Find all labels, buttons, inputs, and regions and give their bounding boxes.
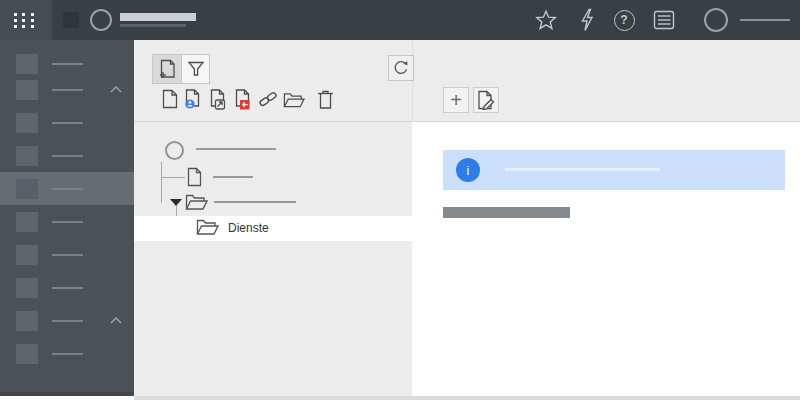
edit-button[interactable]	[473, 87, 499, 113]
folder-open-icon[interactable]	[283, 88, 305, 110]
lightning-icon[interactable]	[575, 8, 599, 32]
tree-folder-dienste-icon[interactable]	[196, 217, 219, 236]
app-title-placeholder	[120, 13, 196, 21]
tree-connector	[161, 162, 162, 203]
sidebar-item-label-placeholder	[52, 320, 83, 322]
expand-triangle-icon[interactable]	[170, 199, 182, 206]
toolbar: +	[134, 40, 800, 122]
help-icon[interactable]: ?	[612, 8, 636, 32]
sidebar-item-label-placeholder	[52, 89, 83, 91]
plus-glyph: +	[450, 90, 462, 110]
sidebar-bottom-edge	[0, 392, 134, 396]
sidebar-item-label-placeholder	[52, 63, 83, 65]
sidebar-item-icon	[16, 212, 38, 232]
add-button[interactable]: +	[443, 87, 469, 113]
main-area: +	[134, 40, 800, 400]
sidebar-item-label-placeholder	[52, 353, 83, 355]
chevron-up-icon[interactable]	[110, 317, 122, 324]
content-heading-placeholder	[443, 207, 570, 218]
sidebar-item-icon	[16, 278, 38, 298]
sidebar-item-icon	[16, 311, 38, 331]
sidebar-item[interactable]	[0, 238, 134, 271]
avatar-icon[interactable]	[704, 8, 728, 32]
info-text-placeholder	[505, 168, 660, 171]
sidebar-item-icon	[16, 54, 38, 74]
document-user-icon[interactable]	[182, 88, 204, 110]
app-launcher-button[interactable]	[0, 0, 52, 40]
trash-icon[interactable]	[314, 88, 336, 110]
chevron-up-icon[interactable]	[110, 86, 122, 93]
tree-row-dienste-selected[interactable]	[134, 216, 412, 241]
app-subtitle-placeholder	[120, 24, 186, 27]
add-document-button[interactable]	[153, 55, 181, 83]
tree-document-icon[interactable]	[187, 167, 202, 187]
panel-divider	[412, 40, 413, 122]
folder-tree: Dienste	[134, 122, 412, 396]
grid-dots-icon	[14, 13, 36, 28]
list-panel-icon[interactable]	[652, 8, 676, 32]
sidebar-nav	[0, 40, 134, 396]
tree-document-label-placeholder	[213, 176, 253, 178]
tree-label-dienste[interactable]: Dienste	[228, 221, 269, 235]
sidebar-item-icon	[16, 344, 38, 364]
topbar: ?	[0, 0, 800, 40]
sidebar-item-label-placeholder	[52, 155, 83, 157]
sidebar-item-icon	[16, 146, 38, 166]
sidebar-item-icon	[16, 179, 38, 199]
sidebar-item-icon	[16, 113, 38, 133]
info-icon: i	[456, 158, 480, 182]
sidebar-item[interactable]	[0, 139, 134, 172]
document-forward-icon[interactable]	[207, 88, 229, 110]
filter-button[interactable]	[181, 55, 209, 83]
tree-folder-icon[interactable]	[185, 192, 208, 211]
tree-root-icon[interactable]	[165, 141, 184, 160]
tree-folder-label-placeholder	[214, 201, 296, 203]
sidebar-item-label-placeholder	[52, 221, 83, 223]
sidebar-item-label-placeholder	[52, 188, 83, 190]
sidebar-item[interactable]	[0, 73, 134, 106]
sidebar-item-icon	[16, 245, 38, 265]
help-glyph: ?	[614, 10, 635, 31]
tree-connector	[161, 177, 185, 178]
main-bottom-edge	[134, 396, 800, 400]
sidebar-item-active[interactable]	[0, 172, 134, 205]
link-icon[interactable]	[257, 88, 279, 110]
document-action-row	[134, 88, 412, 112]
logo-placeholder	[63, 12, 79, 28]
sidebar-item-label-placeholder	[52, 287, 83, 289]
sidebar-item[interactable]	[0, 304, 134, 337]
sidebar-item-icon	[16, 80, 38, 100]
username-placeholder	[740, 19, 790, 21]
refresh-button[interactable]	[388, 55, 414, 81]
info-banner: i	[443, 150, 785, 190]
mode-button-group	[152, 54, 210, 84]
document-import-icon[interactable]	[232, 88, 254, 110]
sidebar-item[interactable]	[0, 271, 134, 304]
brand-circle-icon	[90, 9, 112, 31]
new-document-icon[interactable]	[159, 88, 181, 110]
sidebar-item[interactable]	[0, 337, 134, 370]
sidebar-item-label-placeholder	[52, 254, 83, 256]
sidebar-item[interactable]	[0, 205, 134, 238]
sidebar-item-label-placeholder	[52, 122, 83, 124]
tree-root-label-placeholder	[196, 148, 276, 150]
app-window: ?	[0, 0, 800, 400]
sidebar-item[interactable]	[0, 106, 134, 139]
star-icon[interactable]	[534, 8, 558, 32]
